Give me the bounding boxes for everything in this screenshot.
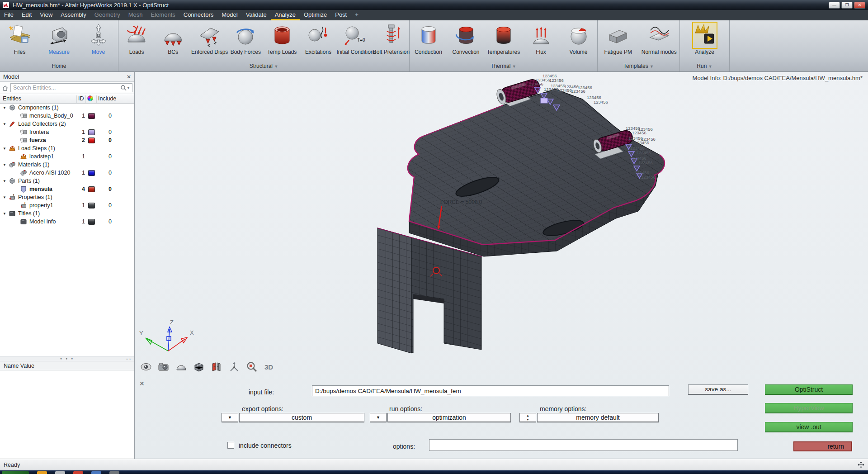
tool-fatigue-pm[interactable]: Fatigue PM — [600, 22, 636, 55]
save-as-button[interactable]: save as... — [688, 384, 748, 395]
taskbar-item[interactable] — [73, 471, 83, 474]
tool-bolt-pretension[interactable]: Bolt Pretension — [373, 22, 409, 55]
group-label-structural[interactable]: Structural ▼ — [118, 63, 409, 71]
view-shaded-icon[interactable] — [175, 361, 187, 373]
tool-convection[interactable]: Convection — [448, 22, 484, 55]
run-options-select[interactable]: optimization — [387, 413, 511, 422]
menu-assembly[interactable]: Assembly — [57, 10, 90, 20]
menu-edit[interactable]: Edit — [18, 10, 36, 20]
hyperview-button[interactable]: HyperView — [765, 403, 853, 413]
collapse-caret-icon[interactable]: ▼ — [3, 122, 7, 126]
tree-row-titles[interactable]: ▼Titles (1) — [0, 209, 134, 218]
menu-view[interactable]: View — [36, 10, 57, 20]
view-out-button[interactable]: view .out — [765, 422, 853, 432]
tree-row-load-collector[interactable]: frontera10 — [0, 128, 134, 136]
optistruct-button[interactable]: OptiStruct — [765, 384, 853, 395]
tool-measure[interactable]: Measure — [41, 22, 77, 55]
tool-body-forces[interactable]: Body Forces — [227, 22, 264, 55]
view-panels-icon[interactable] — [211, 361, 222, 373]
menu-connectors[interactable]: Connectors — [179, 10, 217, 20]
taskbar-item[interactable] — [55, 471, 65, 474]
tool-files[interactable]: Files — [2, 22, 38, 55]
collapse-arrows-icon[interactable]: ⌄⌄ — [126, 356, 132, 361]
windows-taskbar[interactable] — [0, 470, 868, 474]
tree-row-parts[interactable]: ▼Parts (1) — [0, 177, 134, 185]
tool-analyze[interactable]: Analyze — [687, 22, 723, 55]
menu-analyze[interactable]: Analyze — [271, 10, 300, 20]
menu-validate[interactable]: Validate — [242, 10, 271, 20]
view-mesh-cube-icon[interactable] — [193, 361, 205, 373]
panel-close-icon[interactable]: ✕ — [127, 74, 131, 80]
home-icon[interactable] — [2, 85, 9, 91]
tool-temperatures[interactable]: Temperatures — [486, 22, 522, 55]
search-icon[interactable] — [120, 85, 127, 91]
tool-enforced-disps[interactable]: Enforced Disps — [191, 22, 227, 55]
memory-options-select[interactable]: memory default — [537, 413, 659, 422]
menu-file[interactable]: File — [0, 10, 18, 20]
tool-volume[interactable]: Volume — [561, 22, 597, 55]
tree-row-property[interactable]: property110 — [0, 201, 134, 209]
color-swatch[interactable] — [88, 137, 95, 143]
view-eye-icon[interactable] — [140, 361, 152, 373]
tree-row-part[interactable]: mensula40 — [0, 185, 134, 193]
include-connectors-checkbox[interactable] — [227, 442, 234, 449]
move-panel-icon[interactable] — [858, 461, 864, 468]
input-file-field[interactable] — [312, 385, 669, 396]
close-button[interactable]: ✕ — [854, 2, 865, 9]
taskbar-item[interactable] — [37, 471, 47, 474]
view-camera-icon[interactable] — [158, 361, 170, 373]
tree-row-properties[interactable]: ▼Properties (1) — [0, 193, 134, 201]
search-input[interactable] — [11, 85, 120, 91]
tree-row-component[interactable]: mensula_Body_010 — [0, 112, 134, 120]
tool-normal-modes[interactable]: Normal modes — [641, 22, 677, 55]
tool-temp-loads[interactable]: Temp Loads — [264, 22, 300, 55]
color-swatch[interactable] — [88, 129, 95, 135]
color-swatch[interactable] — [88, 170, 95, 176]
tool-loads[interactable]: Loads — [118, 22, 155, 55]
search-options-caret[interactable]: ▼ — [127, 86, 130, 90]
tree-row-load-collector[interactable]: fuerza20 — [0, 136, 134, 144]
collapse-caret-icon[interactable]: ▼ — [3, 195, 7, 199]
taskbar-start-fragment[interactable] — [2, 471, 29, 474]
column-id[interactable]: ID — [78, 95, 84, 102]
tree-row-materials[interactable]: ▼Materials (1) — [0, 161, 134, 169]
tool-move[interactable]: Move — [80, 22, 117, 55]
tool-flux[interactable]: Flux — [523, 22, 559, 55]
tool-initial-conditions[interactable]: T=0Initial Conditions — [336, 22, 373, 55]
collapse-caret-icon[interactable]: ▼ — [3, 147, 7, 151]
menu-elements[interactable]: Elements — [147, 10, 179, 20]
run-options-caret[interactable]: ▼ — [370, 413, 387, 422]
tree-row-components[interactable]: ▼Components (1) — [0, 104, 134, 112]
menu-post[interactable]: Post — [331, 10, 351, 20]
view-wireframe-icon[interactable] — [228, 361, 240, 373]
menu-model[interactable]: Model — [217, 10, 241, 20]
tool-bcs[interactable]: BCs — [155, 22, 191, 55]
tree-row-load-steps[interactable]: ▼Load Steps (1) — [0, 144, 134, 152]
color-column-icon[interactable] — [87, 95, 93, 101]
collapse-caret-icon[interactable]: ▼ — [3, 163, 7, 167]
color-swatch[interactable] — [88, 203, 95, 209]
viewport-3d-canvas[interactable]: FORCE = 5000.0 123456123456 123456123456… — [135, 72, 868, 459]
collapse-caret-icon[interactable]: ▼ — [3, 212, 7, 216]
collapse-caret-icon[interactable]: ▼ — [3, 179, 7, 183]
export-options-caret[interactable]: ▼ — [222, 413, 238, 422]
menu-mesh[interactable]: Mesh — [124, 10, 147, 20]
color-swatch[interactable] — [88, 219, 95, 225]
return-button[interactable]: return — [793, 441, 852, 451]
tree-row-load-collectors[interactable]: ▼Load Collectors (2) — [0, 120, 134, 128]
view-zoom-icon[interactable] — [246, 361, 258, 373]
taskbar-item[interactable] — [91, 471, 101, 474]
panel-close-icon[interactable]: ✕ — [139, 380, 145, 387]
taskbar-item[interactable] — [109, 471, 119, 474]
tree-row-title[interactable]: Model Info10 — [0, 218, 134, 226]
group-label-thermal[interactable]: Thermal ▼ — [410, 63, 597, 71]
column-include[interactable]: Include — [98, 95, 116, 102]
color-swatch[interactable] — [88, 113, 95, 119]
model-tab[interactable]: Model ✕ — [0, 72, 134, 82]
tool-conduction[interactable]: Conduction — [410, 22, 447, 55]
menu-geometry[interactable]: Geometry — [90, 10, 124, 20]
tool-excitations[interactable]: Excitations — [300, 22, 336, 55]
column-entities[interactable]: Entities — [3, 95, 21, 102]
menu-add-page[interactable]: + — [351, 10, 363, 20]
tree-row-material[interactable]: Acero AISI 102010 — [0, 169, 134, 177]
